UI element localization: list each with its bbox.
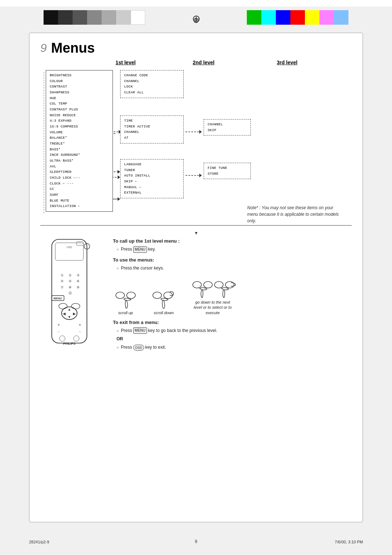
exit-menu-text2: Press OSD key to exit. (121, 344, 166, 351)
l1-item-contrast: CONTRAST (50, 85, 67, 89)
remote-control-svg: OSD ① ② ③ ④ ⑤ ⑥ ⑦ ⑧ ⑨ ⓪ MENU (40, 238, 98, 350)
l2-g3-manual: MANUAL ← (124, 185, 142, 189)
cs-gray1 (87, 10, 102, 25)
doc-ref-right: 7/6/00, 3:10 PM (335, 540, 363, 544)
cs-green (247, 10, 261, 25)
svg-point-35 (59, 303, 67, 309)
level3-header: 3rd level (258, 60, 316, 65)
svg-point-56 (225, 281, 234, 288)
svg-point-49 (116, 292, 124, 299)
l3-g1-channel: CHANNEL (208, 122, 223, 126)
exit-menu-item2: ○ Press OSD key to exit. (117, 344, 352, 351)
svg-text:◀: ◀ (63, 312, 66, 316)
call-menu-text: Press MENU key. (121, 246, 156, 253)
scroll-down-group: scroll down (149, 285, 178, 315)
l1-item-ultrabass: ULTRA BASS* (50, 159, 74, 163)
svg-point-47 (74, 336, 79, 341)
svg-text:②: ② (69, 274, 72, 277)
remote-control-area: OSD ① ② ③ ④ ⑤ ⑥ ⑦ ⑧ ⑨ ⓪ MENU (40, 238, 106, 355)
l2-g1-changecode: CHANGE CODE (124, 73, 148, 77)
osd-key: OSD (133, 345, 144, 351)
divider-arrow-icon: ▾ (40, 230, 352, 236)
level2-header: 2nd level (164, 60, 244, 65)
color-strip-left (44, 10, 145, 25)
svg-marker-11 (199, 130, 202, 134)
exit-menu-title: To exit from a menu: (113, 319, 352, 327)
svg-marker-3 (118, 197, 120, 201)
svg-text:▲: ▲ (68, 307, 71, 311)
l1-item-sleeptimer: SLEEPTIMER (50, 170, 72, 174)
l2-g1-channel: CHANNEL (124, 79, 139, 83)
l1-item-brightness: BRIGHTNESS (50, 73, 72, 77)
level2-group3-box: LANGUAGE TUNER AUTO INSTALL SKIP ← MANUA… (120, 159, 184, 198)
bullet-icon: ○ (117, 247, 119, 252)
exit-menu-item1: ○ Press MENU key to go back to the previ… (117, 327, 352, 334)
svg-point-53 (193, 281, 201, 288)
l2-g3-language: LANGUAGE (124, 162, 142, 166)
l1-item-balance: BALANCE* (50, 136, 67, 140)
l1-item-surf: SURF (50, 193, 58, 197)
svg-text:⑤: ⑤ (69, 279, 72, 283)
svg-text:MENU: MENU (54, 297, 62, 300)
svg-text:+: + (58, 322, 60, 327)
l1-item-incrsurround: INCR SURROUND* (50, 153, 80, 157)
level1-box: BRIGHTNESS COLOUR CONTRAST SHARPNESS HUE… (46, 70, 113, 212)
svg-text:-: - (58, 329, 60, 333)
level2-group1-box: CHANGE CODE CHANNEL LOCK CLEAR ALL (120, 70, 184, 98)
menu-key2: MENU (133, 327, 147, 334)
use-menu-section: To use the menus: ○ Press the cursor key… (113, 256, 352, 315)
svg-point-51 (153, 292, 162, 299)
or-text: OR (117, 336, 352, 343)
cs-blue (276, 10, 290, 25)
use-menu-text: Press the cursor keys. (121, 265, 164, 272)
cs-gray2 (102, 10, 116, 25)
cs-ltblue (334, 10, 348, 25)
l1-item-treble: TREBLE* (50, 142, 65, 146)
l1-item-43expand: 4:3 EXPAND (50, 119, 72, 123)
l2-g2-at: AT (124, 136, 128, 140)
l1-item-sharpness: SHARPNESS (50, 90, 69, 94)
level1-header: 1st level (91, 60, 160, 65)
chapter-number: 9 (40, 41, 47, 55)
cs-red (290, 10, 305, 25)
svg-text:⑥: ⑥ (77, 279, 79, 283)
svg-text:⑦: ⑦ (61, 285, 64, 289)
bullet-icon3: ○ (117, 328, 119, 334)
l1-item-clock: CLOCK ← --- (50, 182, 74, 186)
level3-group1-box: CHANNEL SKIP (204, 119, 251, 135)
call-menu-title: To call up the 1st level menu : (113, 238, 352, 245)
l1-item-installation: INSTALLATION ← (50, 204, 80, 208)
bullet-icon4: ○ (117, 345, 119, 351)
main-content-box: 9 Menus 1st level 2nd level 3rd level (29, 33, 363, 522)
svg-point-50 (127, 292, 135, 299)
l1-item-bluemute: BLUE MUTE (50, 199, 69, 203)
go-next-label: go down to the next level or to select o… (191, 300, 234, 315)
level2-group2-box: TIME TIMER ACTIVE CHANNEL AT (120, 116, 184, 143)
instructions-section: OSD ① ② ③ ④ ⑤ ⑥ ⑦ ⑧ ⑨ ⓪ MENU (40, 238, 352, 355)
svg-text:▼: ▼ (68, 315, 71, 319)
svg-marker-13 (199, 174, 202, 177)
l1-item-contrastplus: CONTRAST PLUS (50, 108, 78, 112)
l1-item-noisereduce: NOISE REDUCE (50, 113, 76, 117)
cs-dark1 (58, 10, 73, 25)
scroll-down-label: scroll down (154, 310, 173, 315)
svg-text:⓪: ⓪ (69, 291, 72, 295)
top-bar (0, 0, 392, 7)
svg-text:⑧: ⑧ (69, 285, 72, 289)
call-menu-item: ○ Press MENU key. (117, 246, 352, 253)
svg-text:+: + (79, 322, 81, 327)
l1-item-coltemp: COL TEMP (50, 102, 67, 106)
svg-point-46 (60, 336, 65, 341)
svg-text:⑨: ⑨ (77, 285, 79, 289)
l1-item-hue: HUE (50, 96, 56, 100)
svg-point-36 (72, 303, 80, 309)
l1-item-avl: AVL (50, 165, 56, 169)
bottom-crosshair-icon: ⊕ (193, 16, 199, 25)
svg-text:-: - (79, 329, 81, 333)
cs-yellow (305, 10, 319, 25)
go-next-group: go down to the next level or to select o… (189, 275, 236, 315)
scroll-up-svg (113, 285, 138, 309)
l2-g2-channel: CHANNEL (124, 130, 139, 134)
l1-item-volume: VOLUME (50, 130, 63, 134)
svg-text:①: ① (61, 274, 64, 277)
